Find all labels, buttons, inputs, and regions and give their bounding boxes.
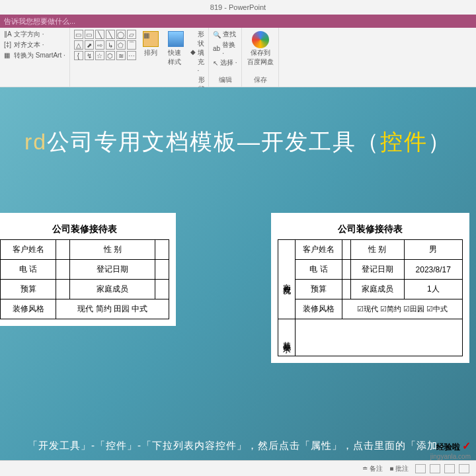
select-icon: ↖	[213, 60, 218, 67]
shapes-gallery[interactable]: ▭ ▭ ╲ ╲ ◯ ▱ △ ⬈ ⇨ ↳ ⬠ ⌒ { ↯ ☆ ⬡ ≋ ⋯	[74, 30, 136, 60]
notes-button[interactable]: ≐ 备注	[362, 464, 383, 473]
find-icon: 🔍	[213, 31, 221, 38]
shape-oval-icon[interactable]: ◯	[116, 30, 126, 39]
status-bar: ≐ 备注 ■ 批注	[0, 460, 476, 476]
shape-arrow2-icon[interactable]: ⇨	[95, 40, 104, 50]
table-row: 预算 家庭成员 1人	[278, 280, 463, 299]
slide-footer-text[interactable]: 「开发工具」-「控件」-「下拉列表内容控件」，然后点击「属性」，点击里面的「添加…	[0, 440, 476, 452]
ribbon-save-group: 保存到 百度网盘 保存	[242, 28, 279, 87]
shape-arrow-icon[interactable]: ⬈	[85, 40, 94, 50]
table-row: 预算 家庭成员	[1, 280, 169, 299]
table-left-title: 公司装修接待表	[0, 219, 169, 239]
table-row: 客户概况 客户姓名 性 别 男	[278, 240, 463, 260]
shape-tri-icon[interactable]: ▱	[127, 30, 136, 39]
table-left[interactable]: 公司装修接待表 客户姓名 性 别 电 话 登记日期 预算 家庭成员 装修风格 现…	[0, 213, 176, 326]
side-label-other: 其他要求	[278, 319, 296, 356]
save-group-label: 保存	[254, 75, 267, 85]
shape-cloud-icon[interactable]: ≋	[116, 51, 126, 60]
shape-fill-button[interactable]: ◆形状填充 ·	[190, 30, 205, 74]
table-right[interactable]: 公司装修接待表 客户概况 客户姓名 性 别 男 电 话 登记日期 2023/8/…	[271, 213, 469, 363]
shape-tri2-icon[interactable]: △	[74, 40, 83, 50]
text-direction-icon: ‖A	[4, 30, 12, 38]
align-text-icon: [‡]	[4, 41, 12, 49]
shape-line2-icon[interactable]: ╲	[106, 30, 115, 39]
table-right-body: 客户概况 客户姓名 性 别 男 电 话 登记日期 2023/8/17 预算 家庭…	[278, 239, 463, 356]
table-left-body: 客户姓名 性 别 电 话 登记日期 预算 家庭成员 装修风格 现代 简约 田园 …	[0, 239, 169, 319]
shape-brace-icon[interactable]: {	[74, 51, 83, 60]
shape-star-icon[interactable]: ⬠	[116, 40, 126, 50]
shape-more-icon[interactable]: ⋯	[127, 51, 136, 60]
shape-arc-icon[interactable]: ⌒	[127, 40, 136, 50]
ribbon-paragraph-group: ‖A文字方向 · [‡]对齐文本 · ▦转换为 SmartArt ·	[0, 28, 70, 87]
table-right-title: 公司装修接待表	[278, 219, 463, 239]
smartart-icon: ▦	[4, 52, 12, 60]
shape-fill-icon: ◆	[190, 48, 196, 56]
arrange-button[interactable]: ▦ 排列	[140, 30, 161, 59]
shape-rect-icon[interactable]: ▭	[74, 30, 83, 39]
replace-icon: ab	[213, 45, 220, 52]
slide-canvas[interactable]: rd公司专用文档模板—开发工具（控件） 公司装修接待表 客户姓名 性 别 电 话…	[0, 87, 476, 460]
window-title: 819 - PowerPoint	[210, 3, 266, 11]
smartart-button[interactable]: ▦转换为 SmartArt ·	[4, 51, 65, 60]
edit-group-label: 编辑	[219, 75, 232, 85]
select-button[interactable]: ↖选择 ·	[213, 58, 237, 67]
shape-callout-icon[interactable]: ⬡	[106, 51, 115, 60]
table-row: 电 话 登记日期 2023/8/17	[278, 260, 463, 280]
sorter-view-icon[interactable]	[430, 464, 440, 473]
table-row: 装修风格 ☑现代 ☑简约 ☑田园 ☑中式	[278, 299, 463, 319]
window-titlebar: 819 - PowerPoint	[0, 0, 476, 15]
side-label-customer: 客户概况	[278, 240, 296, 319]
baidu-save-button[interactable]: 保存到 百度网盘	[243, 30, 278, 68]
slide-title[interactable]: rd公司专用文档模板—开发工具（控件）	[0, 127, 476, 157]
ribbon-edit-group: 🔍查找 ab替换 · ↖选择 · 编辑	[209, 28, 242, 87]
quick-styles-button[interactable]: 快速样式	[165, 30, 186, 68]
arrange-icon: ▦	[143, 31, 159, 47]
find-button[interactable]: 🔍查找	[213, 30, 236, 39]
normal-view-icon[interactable]	[415, 464, 426, 473]
shape-star2-icon[interactable]: ☆	[95, 51, 104, 60]
reading-view-icon[interactable]	[444, 464, 455, 473]
baidu-icon	[252, 31, 269, 48]
table-row: 装修风格 现代 简约 田园 中式	[1, 299, 169, 319]
comments-button[interactable]: ■ 批注	[389, 464, 409, 473]
shape-conn-icon[interactable]: ↯	[85, 51, 94, 60]
ribbon-drawing-group: ▭ ▭ ╲ ╲ ◯ ▱ △ ⬈ ⇨ ↳ ⬠ ⌒ { ↯ ☆ ⬡ ≋ ⋯ ▦	[70, 28, 209, 87]
text-direction-button[interactable]: ‖A文字方向 ·	[4, 30, 44, 39]
shape-line-icon[interactable]: ╲	[95, 30, 104, 39]
slideshow-view-icon[interactable]	[459, 464, 469, 473]
align-text-button[interactable]: [‡]对齐文本 ·	[4, 40, 44, 50]
table-row: 电 话 登记日期	[1, 260, 169, 280]
tell-me-search[interactable]: 告诉我您想要做什么...	[0, 15, 476, 28]
ribbon: ‖A文字方向 · [‡]对齐文本 · ▦转换为 SmartArt · ▭ ▭ ╲…	[0, 28, 476, 87]
table-row: 客户姓名 性 别	[1, 240, 169, 260]
table-row: 其他要求	[278, 319, 463, 356]
quick-styles-icon	[168, 31, 184, 47]
shape-hex-icon[interactable]: ↳	[106, 40, 115, 50]
replace-button[interactable]: ab替换 ·	[213, 40, 237, 57]
shape-rect2-icon[interactable]: ▭	[85, 30, 94, 39]
watermark: 经验啦 ✓ jingyanla.com	[430, 440, 471, 460]
